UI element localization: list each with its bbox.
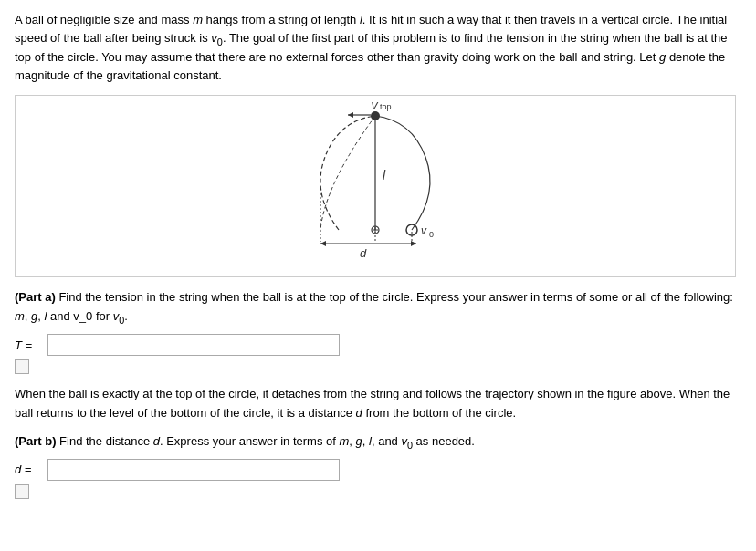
part-b-description: Find the distance d. Express your answer…	[57, 434, 475, 448]
part-b-checkbox[interactable]	[15, 484, 29, 499]
between-parts-text: When the ball is exactly at the top of t…	[15, 385, 741, 423]
part-b-label: (Part b)	[15, 434, 57, 448]
svg-text:0: 0	[429, 230, 434, 239]
svg-text:v: v	[421, 224, 427, 237]
svg-marker-15	[411, 241, 416, 246]
part-a-section: (Part a) Find the tension in the string …	[15, 288, 741, 374]
svg-marker-14	[320, 241, 326, 246]
svg-text:l: l	[383, 168, 386, 182]
distance-input[interactable]	[47, 459, 340, 481]
tension-label: T =	[15, 338, 42, 352]
part-a-label: (Part a)	[15, 290, 56, 304]
part-a-checkbox-row	[15, 359, 741, 374]
distance-label: d =	[15, 463, 42, 476]
part-b-section: (Part b) Find the distance d. Express yo…	[15, 432, 741, 499]
physics-diagram: l V top v 0 d	[15, 95, 736, 277]
part-b-text: (Part b) Find the distance d. Express yo…	[15, 432, 741, 453]
svg-text:top: top	[380, 102, 392, 111]
problem-intro: A ball of negligible size and mass m han…	[15, 11, 741, 84]
part-a-checkbox[interactable]	[15, 359, 29, 374]
svg-text:V: V	[371, 102, 379, 112]
tension-answer-row: T =	[15, 334, 741, 356]
svg-marker-7	[348, 112, 353, 118]
svg-text:d: d	[360, 246, 367, 260]
distance-answer-row: d =	[15, 459, 741, 481]
part-a-description: Find the tension in the string when the …	[15, 290, 733, 323]
tension-input[interactable]	[47, 334, 340, 356]
part-b-checkbox-row	[15, 484, 741, 499]
part-a-text: (Part a) Find the tension in the string …	[15, 288, 741, 328]
